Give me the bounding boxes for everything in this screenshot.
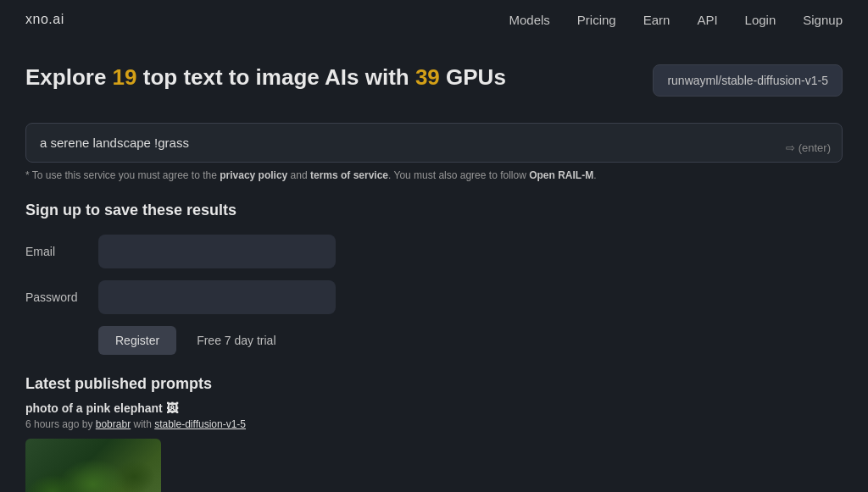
email-input[interactable] [98,235,336,268]
password-input[interactable] [98,280,336,314]
signup-section: Sign up to save these results Email Pass… [25,202,843,355]
thumbnail-row [25,439,843,492]
prompt-input[interactable] [25,123,843,163]
main-content: Explore 19 top text to image AIs with 39… [0,39,868,492]
hero-heading: Explore 19 top text to image AIs with 39… [25,64,506,91]
terms-text: * To use this service you must agree to … [25,169,843,181]
nav-links: Models Pricing Earn API Login Signup [509,13,843,27]
model-selector[interactable]: runwayml/stable-diffusion-v1-5 [653,64,843,97]
navbar: xno.ai Models Pricing Earn API Login Sig… [0,0,868,39]
nav-models[interactable]: Models [509,13,549,27]
password-label: Password [25,290,85,304]
password-row: Password [25,280,843,314]
nav-login[interactable]: Login [745,13,776,27]
register-button[interactable]: Register [98,326,176,355]
prompt-container: ⇨ (enter) [25,123,843,163]
model-count: 19 [113,64,137,90]
prompt-hint: ⇨ (enter) [786,141,831,154]
open-rail-label: Open RAIL-M [529,169,593,181]
privacy-policy-link[interactable]: privacy policy [220,169,287,181]
email-row: Email [25,235,843,268]
email-label: Email [25,245,85,258]
heading-middle: top text to image AIs with [137,64,415,90]
model-link[interactable]: stable-diffusion-v1-5 [154,418,246,430]
terms-of-service-link[interactable]: terms of service [310,169,388,181]
nav-earn[interactable]: Earn [643,13,670,27]
brand-logo[interactable]: xno.ai [25,12,64,27]
latest-prompts-title: Latest published prompts [25,375,843,393]
gpu-count: 39 [415,64,440,90]
author-link[interactable]: bobrabr [96,418,131,430]
nav-signup[interactable]: Signup [803,13,843,27]
heading-prefix: Explore [25,64,113,90]
nav-api[interactable]: API [697,13,717,27]
latest-prompts-section: Latest published prompts photo of a pink… [25,375,843,492]
thumbnail-1[interactable] [25,439,161,492]
heading-suffix: GPUs [440,64,506,90]
register-row: Register Free 7 day trial [25,326,843,355]
free-trial-label: Free 7 day trial [197,334,275,347]
prompt-item-meta: 6 hours ago by bobrabr with stable-diffu… [25,418,843,430]
signup-title: Sign up to save these results [25,202,843,219]
nav-pricing[interactable]: Pricing [577,13,616,27]
prompt-item-title: photo of a pink elephant 🖼 [25,401,843,415]
